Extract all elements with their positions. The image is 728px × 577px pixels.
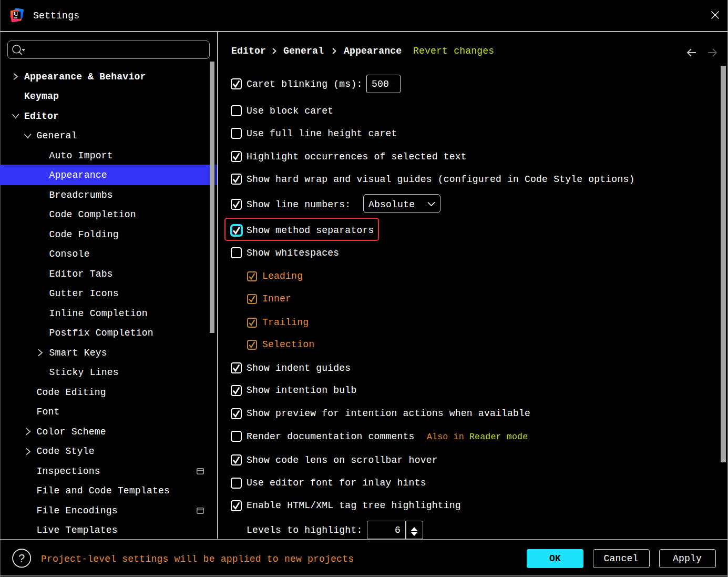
svg-text:?: ?	[18, 552, 25, 565]
